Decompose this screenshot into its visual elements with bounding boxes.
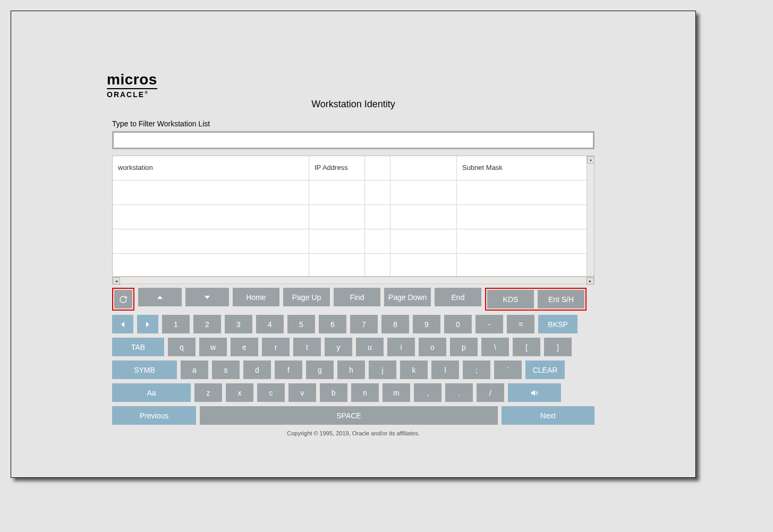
find-button[interactable]: Find: [334, 288, 380, 306]
key-a[interactable]: a: [181, 361, 208, 379]
key-2[interactable]: 2: [193, 315, 221, 333]
col-blank-2[interactable]: [390, 156, 457, 180]
key-z[interactable]: z: [194, 383, 222, 402]
refresh-button[interactable]: [114, 290, 132, 308]
table-row[interactable]: [113, 254, 594, 277]
key-t[interactable]: t: [293, 338, 321, 356]
triangle-left-icon: [120, 322, 125, 327]
key-h[interactable]: h: [337, 361, 365, 379]
key-b[interactable]: b: [320, 383, 347, 402]
key-comma[interactable]: ,: [414, 383, 441, 402]
key-4[interactable]: 4: [256, 315, 284, 333]
key-backspace[interactable]: BKSP: [538, 315, 577, 333]
key-g[interactable]: g: [306, 361, 334, 379]
table-row[interactable]: [113, 205, 594, 229]
nav-row: Home Page Up Find Page Down End KDS Ent …: [112, 288, 594, 311]
col-ip-address[interactable]: IP Address: [309, 156, 365, 180]
key-v[interactable]: v: [288, 383, 316, 402]
table-row[interactable]: [113, 229, 594, 254]
key-r[interactable]: r: [262, 338, 290, 356]
key-u[interactable]: u: [356, 338, 384, 356]
key-d[interactable]: d: [243, 361, 271, 379]
key-tab[interactable]: TAB: [112, 338, 164, 356]
key-c[interactable]: c: [257, 383, 285, 402]
key-q[interactable]: q: [168, 338, 196, 356]
kds-button[interactable]: KDS: [487, 290, 534, 308]
home-button[interactable]: Home: [233, 288, 279, 306]
app-window: micros ORACLE Workstation Identity Type …: [11, 11, 696, 478]
caret-down-icon: [205, 295, 210, 300]
highlight-kds-ent: KDS Ent S/H: [485, 288, 587, 311]
filter-label: Type to Filter Workstation List: [112, 119, 594, 128]
key-clear[interactable]: CLEAR: [525, 361, 565, 379]
key-l[interactable]: l: [431, 361, 459, 379]
key-0[interactable]: 0: [444, 315, 472, 333]
nav-up-button[interactable]: [138, 288, 182, 306]
key-3[interactable]: 3: [225, 315, 252, 333]
logo-micros: micros: [107, 72, 157, 89]
key-space[interactable]: SPACE: [200, 406, 498, 425]
end-button[interactable]: End: [435, 288, 481, 306]
brand-logo: micros ORACLE: [107, 72, 157, 99]
key-n[interactable]: n: [351, 383, 379, 402]
key-j[interactable]: j: [369, 361, 396, 379]
key-9[interactable]: 9: [413, 315, 440, 333]
scroll-up-icon[interactable]: ▲: [587, 156, 594, 164]
logo-oracle: ORACLE: [107, 90, 157, 99]
key-equals[interactable]: =: [507, 315, 534, 333]
key-symb[interactable]: SYMB: [112, 361, 177, 379]
key-x[interactable]: x: [226, 383, 253, 402]
key-dot[interactable]: .: [445, 383, 473, 402]
vertical-scrollbar[interactable]: ▲: [587, 156, 594, 276]
key-right[interactable]: [137, 315, 158, 333]
key-previous[interactable]: Previous: [112, 406, 196, 425]
key-slash[interactable]: /: [477, 383, 504, 402]
triangle-right-icon: [145, 322, 150, 327]
key-o[interactable]: o: [419, 338, 446, 356]
scroll-left-icon[interactable]: ◄: [113, 277, 120, 285]
key-6[interactable]: 6: [319, 315, 346, 333]
key-f[interactable]: f: [275, 361, 302, 379]
keyboard-row-4: Aa z x c v b n m , . /: [112, 383, 594, 402]
refresh-icon: [119, 295, 128, 304]
key-shift[interactable]: Aa: [112, 383, 191, 402]
key-semicolon[interactable]: ;: [463, 361, 490, 379]
key-7[interactable]: 7: [350, 315, 378, 333]
key-backtick[interactable]: `: [494, 361, 522, 379]
page-up-button[interactable]: Page Up: [283, 288, 330, 306]
filter-input[interactable]: [114, 133, 593, 148]
key-rbracket[interactable]: ]: [544, 338, 572, 356]
key-1[interactable]: 1: [162, 315, 190, 333]
ent-sh-button[interactable]: Ent S/H: [538, 290, 584, 308]
key-dash[interactable]: -: [475, 315, 503, 333]
highlight-refresh: [112, 288, 134, 311]
key-m[interactable]: m: [383, 383, 410, 402]
key-lbracket[interactable]: [: [513, 338, 540, 356]
key-sound[interactable]: [508, 383, 561, 402]
key-e[interactable]: e: [231, 338, 258, 356]
scroll-right-icon[interactable]: ►: [587, 277, 594, 285]
key-y[interactable]: y: [325, 338, 352, 356]
key-backslash[interactable]: \: [481, 338, 509, 356]
key-i[interactable]: i: [387, 338, 415, 356]
key-p[interactable]: p: [450, 338, 478, 356]
page-down-button[interactable]: Page Down: [384, 288, 431, 306]
key-s[interactable]: s: [212, 361, 240, 379]
table-row[interactable]: [113, 181, 594, 205]
key-8[interactable]: 8: [381, 315, 409, 333]
workstation-table: workstation IP Address Subnet Mask ▲: [112, 156, 594, 277]
key-k[interactable]: k: [400, 361, 428, 379]
horizontal-scrollbar[interactable]: ◄ ►: [112, 277, 594, 284]
key-next[interactable]: Next: [502, 406, 594, 425]
nav-down-button[interactable]: [185, 288, 229, 306]
footer-copyright: Copyright © 1995, 2019, Oracle and/or it…: [112, 430, 594, 436]
key-w[interactable]: w: [199, 338, 227, 356]
col-workstation[interactable]: workstation: [113, 156, 309, 180]
keyboard-row-5: Previous SPACE Next: [112, 406, 594, 425]
key-left[interactable]: [112, 315, 133, 333]
keyboard-row-2: TAB q w e r t y u i o p \ [ ]: [112, 338, 594, 356]
key-5[interactable]: 5: [287, 315, 315, 333]
col-blank-1[interactable]: [365, 156, 390, 180]
keyboard-row-3: SYMB a s d f g h j k l ; ` CLEAR: [112, 361, 594, 379]
col-subnet-mask[interactable]: Subnet Mask: [457, 156, 571, 180]
